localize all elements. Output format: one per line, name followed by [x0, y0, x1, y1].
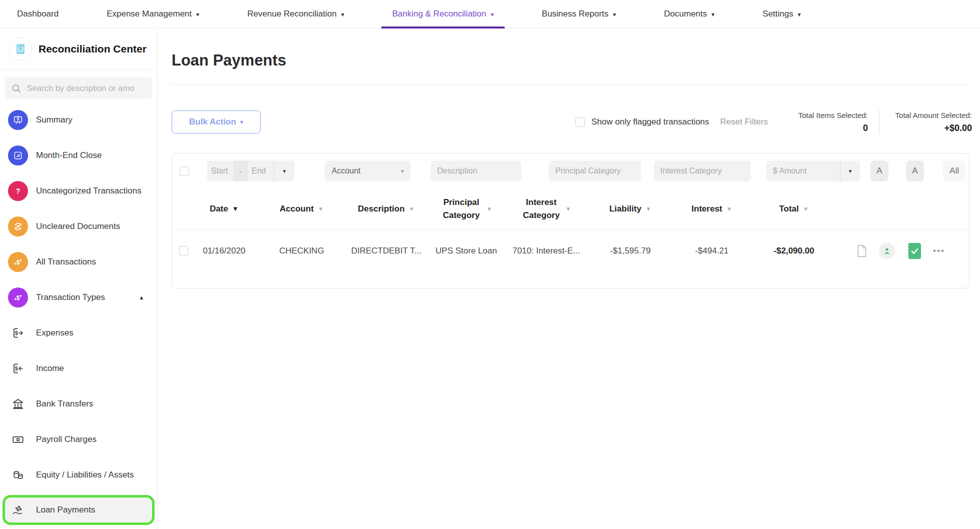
date-range-dropdown-button[interactable]: ▾ — [274, 160, 295, 182]
column-header-date[interactable]: Date ▼ — [189, 202, 259, 216]
filter-button-a1[interactable]: A — [870, 160, 888, 182]
sidebar-item-month-end-close[interactable]: Month-End Close — [0, 138, 157, 173]
chevron-up-icon[interactable]: ▴ — [140, 294, 143, 301]
sort-arrow-icon: ▼ — [565, 204, 571, 214]
amount-filter: ▾ — [766, 160, 860, 182]
coins-icon — [8, 465, 28, 485]
dollar-arrows-icon: $ — [8, 288, 28, 308]
bulk-action-button[interactable]: Bulk Action ▾ — [172, 110, 261, 134]
start-date-input[interactable] — [207, 166, 233, 176]
nav-label: Expense Management — [107, 9, 192, 19]
cell-account: CHECKING — [259, 246, 344, 256]
more-actions-button[interactable]: ••• — [933, 246, 945, 256]
account-filter-value: Account — [332, 166, 361, 176]
nav-dashboard[interactable]: Dashboard — [10, 0, 66, 28]
sidebar: Reconciliation Center $ Summary Month-En… — [0, 28, 158, 529]
svg-text:$: $ — [17, 258, 20, 266]
svg-text:$: $ — [17, 294, 20, 301]
end-date-input[interactable] — [248, 166, 274, 176]
nav-revenue-reconciliation[interactable]: Revenue Reconciliation ▾ — [240, 0, 351, 28]
select-all-checkbox[interactable] — [180, 166, 189, 176]
income-card-icon: $ — [8, 358, 28, 378]
sidebar-item-all-transactions[interactable]: $ All Transactions — [0, 244, 157, 280]
cell-principal-category: UPS Store Loan — [428, 246, 504, 256]
chevron-down-icon: ▾ — [613, 11, 616, 18]
sidebar-item-payroll-charges[interactable]: Payroll Charges — [0, 422, 157, 457]
banknote-icon — [8, 430, 28, 450]
toolbar: Bulk Action ▾ Show only flagged transact… — [172, 110, 972, 134]
filter-row: - ▾ Account ▾ — [172, 154, 969, 188]
sort-arrow-icon: ▼ — [803, 204, 809, 214]
svg-text:$: $ — [15, 366, 18, 372]
sidebar-item-income[interactable]: $ Income — [0, 350, 157, 386]
description-filter-input[interactable] — [431, 166, 521, 176]
account-filter-select[interactable]: Account ▾ — [325, 160, 411, 182]
nav-settings[interactable]: Settings ▾ — [755, 0, 807, 28]
reconciled-check-icon[interactable] — [906, 242, 921, 260]
interest-category-filter-input[interactable] — [654, 166, 751, 176]
principal-category-filter-input[interactable] — [549, 166, 641, 176]
sidebar-item-summary[interactable]: $ Summary — [0, 102, 157, 138]
person-icon — [882, 246, 891, 256]
search-icon — [11, 83, 22, 94]
amount-filter-input[interactable] — [766, 166, 840, 176]
column-header-interest-category[interactable]: Interest Category ▼ — [504, 196, 588, 222]
nav-business-reports[interactable]: Business Reports ▾ — [535, 0, 623, 28]
chevron-down-icon: ▾ — [401, 168, 404, 174]
date-range-separator: - — [233, 160, 248, 182]
svg-text:$: $ — [15, 330, 18, 336]
sidebar-item-uncleared-documents[interactable]: Uncleared Documents — [0, 208, 157, 244]
summary-icon: $ — [8, 110, 28, 130]
page-title: Loan Payments — [172, 52, 980, 70]
row-checkbox[interactable] — [179, 246, 189, 256]
column-header-liability[interactable]: Liability ▼ — [588, 202, 672, 216]
sidebar-item-expenses[interactable]: $ Expenses — [0, 315, 157, 350]
sidebar-item-equity-liabilities-assets[interactable]: Equity / Liabilities / Assets — [0, 457, 157, 492]
sidebar-item-uncategorized-transactions[interactable]: ? Uncategorized Transactions — [0, 173, 157, 208]
transactions-panel: - ▾ Account ▾ — [172, 153, 969, 288]
flagged-checkbox[interactable] — [575, 118, 585, 127]
sync-icon — [8, 216, 28, 236]
stats-divider — [879, 110, 879, 134]
bank-icon — [8, 394, 28, 414]
sort-arrow-icon: ▼ — [232, 204, 239, 214]
sort-arrow-icon: ▼ — [645, 204, 651, 214]
total-amount-selected: Total Amount Selected: +$0.00 — [890, 111, 972, 134]
document-icon[interactable] — [856, 244, 867, 258]
sidebar-item-transaction-types[interactable]: $ Transaction Types ▴ — [0, 280, 157, 315]
column-header-total[interactable]: Total ▼ — [751, 202, 836, 216]
principal-category-filter-wrap — [549, 160, 641, 182]
panel-footer — [172, 272, 969, 288]
reset-filters-link[interactable]: Reset Filters — [720, 117, 768, 127]
svg-text:?: ? — [16, 187, 21, 195]
sidebar-item-loan-payments[interactable]: Loan Payments — [3, 495, 155, 525]
cell-date: 01/16/2020 — [189, 246, 259, 256]
filter-button-all[interactable]: All — [943, 160, 965, 182]
column-header-account[interactable]: Account ▼ — [259, 202, 344, 216]
assignee-button[interactable] — [879, 243, 895, 259]
chevron-down-icon: ▾ — [711, 11, 714, 18]
total-amount-label: Total Amount Selected: — [890, 111, 972, 120]
sort-arrow-icon: ▼ — [486, 204, 492, 214]
sidebar-item-bank-transfers[interactable]: Bank Transfers — [0, 386, 157, 422]
nav-banking-reconciliation[interactable]: Banking & Reconciliation ▾ — [385, 0, 501, 28]
filter-button-a2[interactable]: A — [906, 160, 924, 182]
cell-description: DIRECTDEBIT T... — [344, 246, 428, 256]
sidebar-search[interactable] — [5, 78, 152, 99]
nav-documents[interactable]: Documents ▾ — [657, 0, 721, 28]
main-content: Loan Payments Bulk Action ▾ Show only fl… — [158, 28, 980, 529]
column-header-description[interactable]: Description ▼ — [344, 202, 428, 216]
amount-dropdown-button[interactable]: ▾ — [840, 160, 860, 182]
sidebar-title: Reconciliation Center — [39, 43, 147, 55]
hand-coins-icon — [8, 500, 28, 520]
chevron-down-icon: ▾ — [240, 118, 243, 126]
nav-expense-management[interactable]: Expense Management ▾ — [100, 0, 206, 28]
search-input[interactable] — [27, 84, 146, 93]
table-header-row: Date ▼ Account ▼ Description ▼ Principal… — [172, 188, 969, 230]
cell-interest: -$494.21 — [672, 246, 751, 256]
sort-arrow-icon: ▼ — [409, 204, 415, 214]
column-header-principal-category[interactable]: Principal Category ▼ — [428, 196, 504, 222]
column-header-interest[interactable]: Interest ▼ — [672, 202, 751, 216]
top-nav: Dashboard Expense Management ▾ Revenue R… — [0, 0, 980, 28]
sort-arrow-icon: ▼ — [726, 204, 732, 214]
